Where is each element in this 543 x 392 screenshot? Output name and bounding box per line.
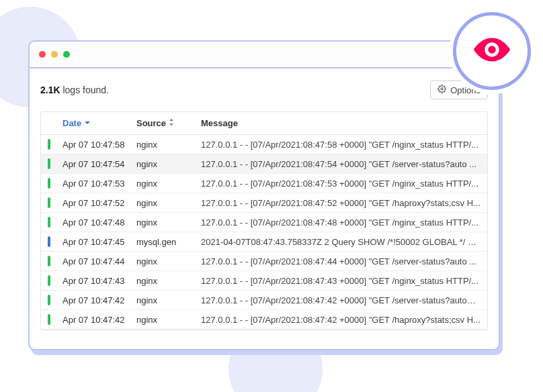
source-cell: nginx [136,179,201,189]
logs-table: Date Source [40,111,488,330]
source-cell: nginx [136,295,201,305]
date-cell: Apr 07 10:47:58 [62,140,136,150]
summary-row: 2.1K logs found. Options [40,81,488,99]
table-row[interactable]: Apr 07 10:47:53nginx127.0.0.1 - - [07/Ap… [41,174,487,193]
table-row[interactable]: Apr 07 10:47:52nginx127.0.0.1 - - [07/Ap… [41,193,487,213]
source-cell: nginx [136,217,201,228]
message-cell: 127.0.0.1 - - [07/Apr/2021:08:47:42 +000… [201,315,481,325]
message-header-label: Message [201,118,238,128]
date-cell: Apr 07 10:47:42 [62,315,136,325]
source-cell: nginx [136,159,201,169]
logs-found-label: logs found. [60,85,109,95]
svg-point-0 [441,88,443,90]
source-column-header[interactable]: Source [136,118,201,128]
date-cell: Apr 07 10:47:44 [62,256,136,266]
table-row[interactable]: Apr 07 10:47:42nginx127.0.0.1 - - [07/Ap… [41,291,487,310]
date-cell: Apr 07 10:47:54 [62,159,136,169]
table-row[interactable]: Apr 07 10:47:58nginx127.0.0.1 - - [07/Ap… [41,135,487,154]
source-cell: nginx [136,256,201,266]
logs-table-header: Date Source [41,112,487,135]
message-column-header[interactable]: Message [201,118,481,128]
logs-count: 2.1K [40,85,60,95]
status-indicator [48,178,50,189]
source-cell: mysql.gen [136,237,201,247]
source-header-label: Source [136,118,166,128]
logs-table-body: Apr 07 10:47:58nginx127.0.0.1 - - [07/Ap… [41,135,487,330]
date-header-label: Date [62,118,81,128]
status-indicator [48,314,50,325]
svg-point-2 [488,46,496,54]
status-indicator [48,139,50,150]
message-cell: 127.0.0.1 - - [07/Apr/2021:08:47:53 +000… [201,179,481,189]
sort-both-icon [169,118,174,128]
source-cell: nginx [136,198,201,208]
table-row[interactable]: Apr 07 10:47:43nginx127.0.0.1 - - [07/Ap… [41,271,487,291]
source-cell: nginx [136,276,201,286]
date-cell: Apr 07 10:47:45 [62,237,136,247]
message-cell: 127.0.0.1 - - [07/Apr/2021:08:47:42 +000… [201,295,481,305]
date-cell: Apr 07 10:47:48 [62,217,136,228]
watch-badge [453,12,531,90]
message-cell: 2021-04-07T08:47:43.758337Z 2 Query SHOW… [201,237,481,247]
status-indicator [48,295,50,305]
date-cell: Apr 07 10:47:43 [62,276,136,286]
date-cell: Apr 07 10:47:53 [62,179,136,189]
message-cell: 127.0.0.1 - - [07/Apr/2021:08:47:48 +000… [201,217,481,228]
app-content: 2.1K logs found. Options Da [30,68,499,330]
message-cell: 127.0.0.1 - - [07/Apr/2021:08:47:54 +000… [201,159,481,169]
date-cell: Apr 07 10:47:52 [62,198,136,208]
message-cell: 127.0.0.1 - - [07/Apr/2021:08:47:43 +000… [201,276,481,286]
message-cell: 127.0.0.1 - - [07/Apr/2021:08:47:58 +000… [201,140,481,150]
status-indicator [48,197,50,208]
table-row[interactable]: Apr 07 10:47:48nginx127.0.0.1 - - [07/Ap… [41,213,487,232]
source-cell: nginx [136,140,201,150]
table-row[interactable]: Apr 07 10:47:54nginx127.0.0.1 - - [07/Ap… [41,154,487,174]
source-cell: nginx [136,315,201,325]
window-close-dot[interactable] [39,51,46,58]
message-cell: 127.0.0.1 - - [07/Apr/2021:08:47:44 +000… [201,256,481,266]
eye-icon [471,29,513,73]
status-indicator [48,217,50,228]
window-titlebar [30,42,499,68]
sort-desc-icon [84,118,91,128]
status-indicator [48,275,50,286]
logs-summary: 2.1K logs found. [40,85,109,95]
table-row[interactable]: Apr 07 10:47:42nginx127.0.0.1 - - [07/Ap… [41,310,487,330]
date-column-header[interactable]: Date [62,118,136,128]
window-maximize-dot[interactable] [63,51,70,58]
status-indicator [48,158,50,169]
window-minimize-dot[interactable] [51,51,58,58]
table-row[interactable]: Apr 07 10:47:45mysql.gen2021-04-07T08:47… [41,232,487,252]
status-indicator [48,236,50,247]
gear-icon [437,85,446,95]
date-cell: Apr 07 10:47:42 [62,295,136,305]
app-window: 2.1K logs found. Options Da [28,40,500,350]
status-indicator [48,256,50,266]
table-row[interactable]: Apr 07 10:47:44nginx127.0.0.1 - - [07/Ap… [41,252,487,271]
message-cell: 127.0.0.1 - - [07/Apr/2021:08:47:52 +000… [201,198,481,208]
